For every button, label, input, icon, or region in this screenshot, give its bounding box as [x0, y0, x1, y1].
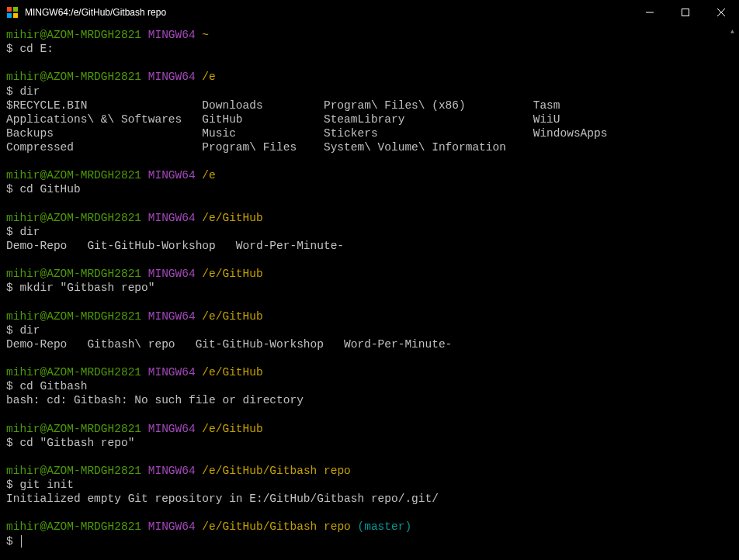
command-output: $RECYCLE.BIN Downloads Program\ Files\ (…: [6, 99, 720, 155]
prompt-host: MINGW64: [148, 520, 196, 533]
prompt-dollar: $: [6, 282, 19, 294]
command-line: $ cd Gitbash: [6, 379, 720, 393]
command-text: dir: [19, 324, 40, 337]
prompt-line: mihir@AZOM-MRDGH2821 MINGW64 /e/GitHub: [6, 309, 720, 323]
prompt-user: mihir@AZOM-MRDGH2821: [6, 465, 141, 477]
prompt-host: MINGW64: [148, 169, 196, 181]
minimize-button[interactable]: [632, 0, 668, 25]
svg-rect-1: [13, 7, 18, 12]
command-text: git init: [19, 479, 74, 491]
command-output: Demo-Repo Git-GitHub-Workshop Word-Per-M…: [6, 239, 720, 253]
command-text: dir: [19, 226, 40, 238]
prompt-host: MINGW64: [148, 212, 196, 224]
blank-line: [6, 351, 720, 365]
command-text: cd "Gitbash repo": [19, 437, 134, 449]
prompt-path: /e/GitHub: [202, 310, 262, 323]
prompt-user: mihir@AZOM-MRDGH2821: [6, 71, 141, 83]
blank-line: [6, 506, 720, 520]
prompt-line: mihir@AZOM-MRDGH2821 MINGW64 /e/GitHub: [6, 267, 720, 281]
svg-rect-2: [7, 13, 12, 18]
command-output: Initialized empty Git repository in E:/G…: [6, 492, 720, 506]
svg-rect-5: [682, 9, 689, 16]
prompt-dollar: $: [6, 226, 19, 238]
scroll-up-icon[interactable]: ▲: [726, 25, 739, 38]
prompt-path: /e: [202, 169, 215, 181]
command-text: cd Gitbash: [19, 380, 87, 392]
prompt-host: MINGW64: [148, 268, 196, 280]
maximize-button[interactable]: [668, 0, 703, 25]
command-line: $ cd E:: [6, 42, 720, 56]
prompt-dollar: $: [6, 479, 19, 491]
prompt-user: mihir@AZOM-MRDGH2821: [6, 212, 141, 224]
command-line: $ git init: [6, 478, 720, 492]
prompt-dollar: $: [6, 85, 19, 98]
prompt-line: mihir@AZOM-MRDGH2821 MINGW64 /e: [6, 168, 720, 182]
prompt-host: MINGW64: [148, 310, 196, 323]
command-line: $ mkdir "Gitbash repo": [6, 281, 720, 295]
prompt-dollar: $: [6, 380, 19, 392]
blank-line: [6, 295, 720, 309]
scrollbar[interactable]: ▲: [726, 25, 739, 560]
terminal-area: mihir@AZOM-MRDGH2821 MINGW64 ~$ cd E: mi…: [0, 25, 739, 560]
app-icon: [6, 6, 19, 19]
prompt-line: mihir@AZOM-MRDGH2821 MINGW64 /e/GitHub/G…: [6, 520, 720, 534]
prompt-user: mihir@AZOM-MRDGH2821: [6, 29, 141, 41]
blank-line: [6, 450, 720, 464]
blank-line: [6, 154, 720, 168]
command-line: $ cd "Gitbash repo": [6, 436, 720, 450]
prompt-user: mihir@AZOM-MRDGH2821: [6, 268, 141, 280]
prompt-dollar: $: [6, 535, 19, 548]
window-controls: [632, 0, 739, 25]
prompt-line: mihir@AZOM-MRDGH2821 MINGW64 /e/GitHub/G…: [6, 464, 720, 478]
cursor: [21, 535, 22, 548]
command-output: bash: cd: Gitbash: No such file or direc…: [6, 393, 720, 407]
prompt-line: mihir@AZOM-MRDGH2821 MINGW64 /e/GitHub: [6, 422, 720, 436]
blank-line: [6, 56, 720, 70]
command-text: mkdir "Gitbash repo": [19, 282, 154, 294]
terminal-content[interactable]: mihir@AZOM-MRDGH2821 MINGW64 ~$ cd E: mi…: [0, 25, 726, 560]
prompt-line: mihir@AZOM-MRDGH2821 MINGW64 ~: [6, 28, 720, 42]
prompt-path: /e/GitHub: [202, 268, 262, 280]
command-line: $: [6, 534, 720, 548]
titlebar: MINGW64:/e/GitHub/Gitbash repo: [0, 0, 739, 25]
prompt-line: mihir@AZOM-MRDGH2821 MINGW64 /e/GitHub: [6, 365, 720, 379]
prompt-path: /e/GitHub/Gitbash repo: [202, 465, 350, 477]
git-branch: (master): [358, 520, 412, 533]
command-line: $ dir: [6, 85, 720, 99]
blank-line: [6, 197, 720, 211]
command-output: Demo-Repo Gitbash\ repo Git-GitHub-Works…: [6, 337, 720, 351]
prompt-line: mihir@AZOM-MRDGH2821 MINGW64 /e: [6, 70, 720, 84]
svg-rect-3: [13, 13, 18, 18]
command-line: $ dir: [6, 225, 720, 239]
prompt-dollar: $: [6, 324, 19, 337]
prompt-user: mihir@AZOM-MRDGH2821: [6, 169, 141, 181]
prompt-host: MINGW64: [148, 465, 196, 477]
prompt-path: /e/GitHub/Gitbash repo: [202, 520, 350, 533]
prompt-host: MINGW64: [148, 71, 196, 83]
prompt-host: MINGW64: [148, 366, 196, 379]
prompt-path: /e/GitHub: [202, 212, 262, 224]
command-text: cd E:: [19, 43, 54, 55]
prompt-user: mihir@AZOM-MRDGH2821: [6, 423, 141, 435]
close-button[interactable]: [703, 0, 739, 25]
prompt-host: MINGW64: [148, 423, 196, 435]
svg-rect-0: [7, 7, 12, 12]
prompt-line: mihir@AZOM-MRDGH2821 MINGW64 /e/GitHub: [6, 211, 720, 225]
prompt-path: ~: [202, 29, 209, 41]
prompt-dollar: $: [6, 437, 19, 449]
prompt-path: /e/GitHub: [202, 366, 262, 379]
prompt-user: mihir@AZOM-MRDGH2821: [6, 366, 141, 379]
command-text: cd GitHub: [19, 183, 80, 195]
prompt-dollar: $: [6, 43, 19, 55]
prompt-path: /e: [202, 71, 215, 83]
blank-line: [6, 407, 720, 421]
prompt-dollar: $: [6, 183, 19, 195]
command-line: $ dir: [6, 323, 720, 337]
command-text: dir: [19, 85, 40, 98]
prompt-host: MINGW64: [148, 29, 196, 41]
window-title: MINGW64:/e/GitHub/Gitbash repo: [25, 7, 632, 18]
command-line: $ cd GitHub: [6, 182, 720, 196]
prompt-user: mihir@AZOM-MRDGH2821: [6, 520, 141, 533]
blank-line: [6, 253, 720, 267]
prompt-user: mihir@AZOM-MRDGH2821: [6, 310, 141, 323]
